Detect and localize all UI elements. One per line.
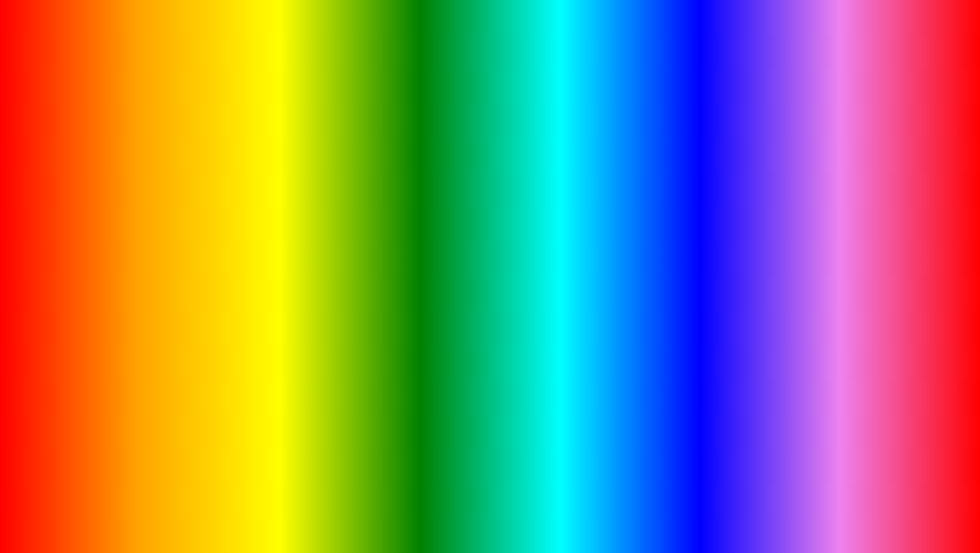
auto-farm-label: Auto Farm ⚙ (62, 186, 100, 192)
tab-user-hub[interactable]: User Hub (56, 157, 87, 169)
farm-near-row: Farm Near (60, 223, 150, 233)
main-wrapper: BLOX FRUITS MOBILE ✓ ANDROID (0, 0, 980, 553)
normal-fast-attack-row: 🌐 Normal Fast Attack (159, 235, 319, 248)
full-moon-toggle[interactable] (898, 230, 917, 239)
super-fast-label: Super Fast Attack (175, 223, 222, 229)
sea-beast-hop-globe-icon: 🌐 (450, 236, 462, 249)
auto-farm-section-header: ⚡ ⚡ Auto Farm ⚡ ⚡ (60, 174, 150, 180)
island-header: 🏝️ Mirage Island 🏝️ (733, 146, 924, 162)
title-fruits: FRUITS (452, 13, 819, 109)
tab-status[interactable]: Status (128, 157, 153, 169)
panel-header-row: URANIUM Hubs x Premium 1.0 { RightContro… (56, 146, 323, 157)
pirate-globe-icon: 🌐 (450, 175, 462, 187)
panel-keybind-text: { RightControl } (283, 149, 318, 154)
mirage-island-toggle-row: Mirage Island (733, 176, 924, 194)
panel-main: URANIUM Hubs x Premium 1.0 { RightContro… (55, 145, 324, 266)
script-bottom: SCRIPT (509, 496, 640, 532)
tab-combat[interactable]: Combat (153, 157, 181, 169)
weapon-dropdown[interactable]: Select Weapon : Melee ▼ (159, 183, 319, 195)
farm-near-toggle[interactable] (131, 224, 148, 232)
logo-skull: ☠️ (869, 431, 904, 464)
full-moon-label: Full Moon (740, 231, 767, 238)
fast-attack-header: ⚡ Fast Attack Delay ⚡ (159, 199, 319, 206)
mirage-subtitle-row: 🏝️ Mirage Island 🏝️ ✗ (733, 162, 924, 176)
full-moon-toggle-row: Full Moon (733, 226, 924, 244)
auto-sea-beast-hop-toggle[interactable] (633, 238, 652, 248)
panel-island: 🏝️ Mirage Island 🏝️ 🏝️ Mirage Island 🏝️ … (732, 145, 925, 260)
auto-farm-toggle[interactable] (131, 184, 148, 193)
tab-teleport[interactable]: Teleport + Rai... (181, 157, 227, 169)
tab-item[interactable]: Item (109, 157, 128, 169)
auto-last-toggle[interactable] (131, 211, 148, 219)
mirage-island-toggle[interactable] (898, 180, 917, 190)
bottom-text-area: AUTO FARM SCRIPT PASTEBIN (0, 485, 980, 543)
auto-sea-row: Auto Sea... (60, 196, 150, 207)
auto-last-label: Auto Last W ⓘ (62, 212, 99, 218)
panel-title-text: URANIUM Hubs x Premium 1.0 (61, 148, 142, 154)
v5-row: V5 (733, 210, 924, 226)
panel-left-column: ⚡ ⚡ Auto Farm ⚡ ⚡ Auto Farm ⚙ Auto Sea..… (56, 169, 155, 265)
dropdown-arrow: ▼ (309, 187, 314, 192)
teleport-seabeast-row: 👆 Teleport to Seabeast (443, 254, 659, 276)
v4-label: V.4 🗺️ (740, 248, 758, 255)
panel-raid: 🏴 Pirate Raid 🏴 🌐 Auto Pirate Raid 🐉 Sea… (442, 152, 660, 278)
auto-farm-row: Auto Farm ⚙ (60, 183, 150, 194)
panel-tabs: User Hub Main Item Status Combat Telepor… (56, 157, 323, 169)
v4-row: V.4 🗺️ (733, 244, 924, 259)
settings-farm-btn[interactable]: ✗ Settings Farm ✗ (159, 251, 319, 261)
mirage-island-label: Mirage Island (740, 182, 777, 189)
auto-farm-bottom: AUTO FARM (153, 485, 499, 543)
sea-beast-globe-icon: 🌐 (450, 214, 462, 226)
tab-main[interactable]: Main (87, 157, 109, 169)
super-fast-attack-row: 🌐 Super Fast Attack (159, 219, 319, 232)
sea-beast-header: 🐉 Sea Beast 🐉 (443, 192, 659, 209)
pastebin-bottom: PASTEBIN (650, 496, 827, 532)
normal-fast-globe: 🌐 (161, 236, 172, 247)
v5-label: V5 (740, 214, 748, 221)
auto-pirate-label: Auto Pirate Raid (466, 177, 517, 185)
auto-sea-beast-hop-label: Auto Sea Beast Hop (466, 239, 529, 247)
normal-fast-label: Normal Fast Attack (175, 238, 222, 245)
auto-pirate-toggle[interactable] (633, 176, 652, 186)
weapon-section-header: 🗡️ Select Weapon 🗡️ (159, 174, 319, 180)
normal-fast-toggle[interactable] (300, 237, 317, 246)
teleport-seabeast-label[interactable]: Teleport to Seabeast (466, 262, 527, 269)
monster-character (25, 330, 137, 492)
moon-value: — (911, 198, 917, 205)
super-fast-toggle[interactable] (300, 222, 317, 230)
mirage-subtitle: 🏝️ Mirage Island 🏝️ (739, 165, 795, 172)
auto-sea-beast-hop-row: 🌐 Auto Sea Beast Hop (443, 231, 659, 254)
panel-right-column: 🗡️ Select Weapon 🗡️ Select Weapon : Mele… (155, 169, 323, 265)
auto-sea-beast-toggle[interactable] (633, 215, 652, 225)
title-container: BLOX FRUITS (0, 13, 980, 109)
weapon-dropdown-value: Select Weapon : Melee (164, 186, 221, 192)
super-fast-globe: 🌐 (161, 220, 172, 231)
auto-last-row: Auto Last W ⓘ (60, 210, 150, 220)
auto-sea-toggle[interactable] (131, 197, 148, 206)
pirate-raid-header: 🏴 Pirate Raid 🏴 (443, 153, 659, 169)
farm-near-label: Farm Near (62, 225, 89, 231)
auto-sea-beast-row: 🌐 Auto Sea Beast (443, 209, 659, 231)
title-blox: BLOX (161, 13, 442, 109)
moon-row: Moon 🌙 — (733, 194, 924, 210)
teleport-hand-icon: 👆 (450, 259, 462, 271)
auto-pirate-raid-row: 🌐 Auto Pirate Raid (443, 169, 659, 192)
auto-sea-beast-label: Auto Sea Beast (466, 216, 514, 224)
fps-info: Fps : 60 Ping : 86.8291 (29%CV) ✓ (159, 208, 319, 216)
mirage-close-btn[interactable]: ✗ (912, 165, 918, 172)
moon-label: Moon 🌙 (740, 198, 765, 205)
auto-sea-label: Auto Sea... (62, 199, 89, 205)
